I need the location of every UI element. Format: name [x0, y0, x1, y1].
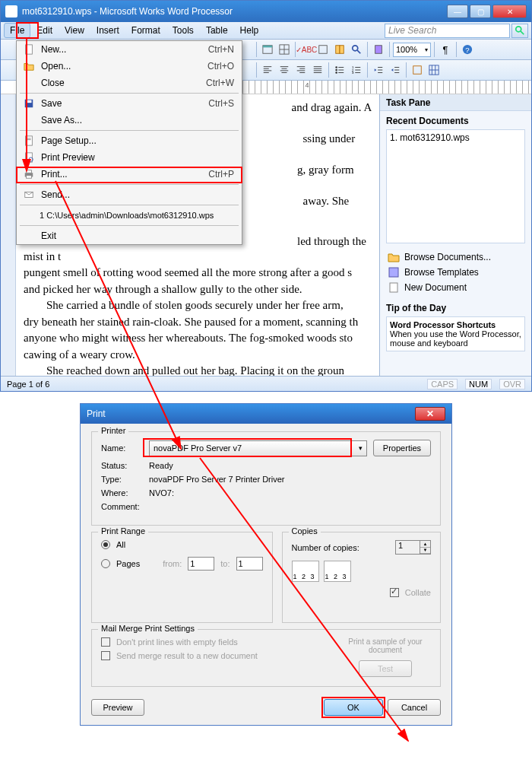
status-caps: CAPS: [427, 379, 458, 389]
printer-icon: [21, 168, 36, 180]
browse-templates-link[interactable]: Browse Templates: [386, 265, 525, 280]
copies-group: Copies Number of copies: 1 ▲▼ Collate: [282, 532, 442, 623]
dictionary-icon[interactable]: [332, 42, 347, 57]
separator: [456, 42, 457, 57]
separator: [389, 42, 390, 57]
dialog-titlebar: Print ✕: [81, 404, 451, 424]
radio-pages[interactable]: [101, 559, 110, 568]
from-input[interactable]: [188, 557, 214, 571]
svg-text:?: ?: [465, 46, 469, 54]
address-book-icon[interactable]: [371, 42, 386, 57]
numbering-icon[interactable]: 123: [349, 62, 364, 78]
copies-spinner[interactable]: 1 ▲▼: [395, 540, 431, 555]
menu-file[interactable]: File: [4, 23, 30, 38]
thesaurus-icon[interactable]: [315, 42, 331, 57]
statusbar: Page 1 of 6 CAPS NUM OVR: [1, 376, 531, 391]
svg-rect-58: [26, 45, 33, 54]
align-center-icon[interactable]: [277, 62, 292, 78]
svg-rect-7: [319, 46, 328, 54]
menu-print-preview[interactable]: Print Preview: [17, 149, 242, 166]
preview-button[interactable]: Preview: [91, 699, 144, 716]
merge-legend: Mail Merge Print Settings: [98, 624, 198, 633]
cancel-button[interactable]: Cancel: [388, 699, 441, 716]
help-icon[interactable]: ?: [460, 42, 475, 57]
tip-body: When you use the Word Processor, mouse a…: [390, 329, 521, 348]
svg-rect-63: [27, 139, 30, 140]
app-icon: [5, 5, 17, 17]
printer-name-select[interactable]: novaPDF Pro Server v7: [149, 440, 367, 456]
maximize-button[interactable]: ▢: [470, 5, 491, 18]
menu-help[interactable]: Help: [234, 23, 265, 38]
menu-tools[interactable]: Tools: [166, 23, 200, 38]
search-go-button[interactable]: [511, 24, 528, 38]
to-input[interactable]: [236, 557, 263, 571]
merge-opt2-checkbox[interactable]: [101, 651, 110, 660]
menu-save-as[interactable]: Save As...: [17, 112, 242, 129]
minimize-button[interactable]: —: [447, 5, 468, 18]
radio-all[interactable]: [101, 540, 110, 549]
menu-insert[interactable]: Insert: [90, 23, 125, 38]
separator: [367, 42, 368, 57]
align-justify-icon[interactable]: [310, 62, 325, 78]
file-menu-dropdown: New...Ctrl+N Open...Ctrl+O CloseCtrl+W S…: [16, 40, 242, 245]
align-right-icon[interactable]: [293, 62, 309, 78]
indent-icon[interactable]: [388, 62, 403, 78]
new-document-link[interactable]: New Document: [386, 280, 525, 295]
close-button[interactable]: ✕: [492, 5, 527, 18]
svg-rect-57: [390, 283, 397, 292]
menu-save[interactable]: SaveCtrl+S: [17, 95, 242, 112]
separator: [328, 62, 329, 78]
recent-item[interactable]: 1. mot6312910.wps: [390, 132, 521, 144]
menu-open[interactable]: Open...Ctrl+O: [17, 58, 242, 75]
works-window: mot6312910.wps - Microsoft Works Word Pr…: [0, 0, 532, 392]
range-legend: Print Range: [98, 526, 148, 536]
test-button[interactable]: Test: [359, 660, 412, 677]
separator: [256, 42, 257, 57]
menu-edit[interactable]: Edit: [30, 23, 59, 38]
outdent-icon[interactable]: [371, 62, 386, 78]
browse-documents-link[interactable]: Browse Documents...: [386, 250, 525, 265]
insert-table-icon[interactable]: [426, 62, 442, 78]
collate-checkbox[interactable]: [390, 588, 399, 597]
spellcheck-icon[interactable]: ✓ABC: [299, 42, 314, 57]
menu-recent-1[interactable]: 1 C:\Users\admin\Downloads\mot6312910.wp…: [17, 207, 242, 224]
menu-print[interactable]: Print...Ctrl+P: [17, 166, 242, 183]
menu-exit[interactable]: Exit: [17, 227, 242, 244]
search-box: [385, 24, 528, 38]
menu-view[interactable]: View: [59, 23, 90, 38]
all-label: All: [116, 540, 125, 549]
table-icon[interactable]: [277, 42, 292, 57]
tip-head: Word Processor Shortcuts: [390, 320, 496, 329]
zoom-select[interactable]: 100%▾: [393, 43, 431, 57]
menu-page-setup[interactable]: Page Setup...: [17, 132, 242, 149]
research-icon[interactable]: [349, 42, 364, 57]
menu-format[interactable]: Format: [125, 23, 166, 38]
status-ovr: OVR: [499, 379, 525, 389]
where-label: Where:: [101, 488, 143, 497]
merge-opt1-checkbox[interactable]: [101, 637, 110, 647]
svg-marker-47: [391, 68, 394, 72]
page-setup-icon: [21, 135, 36, 147]
svg-line-11: [357, 50, 360, 53]
menu-send[interactable]: Send...: [17, 186, 242, 203]
svg-rect-56: [389, 268, 398, 277]
comment-label: Comment:: [101, 502, 143, 511]
menu-new[interactable]: New...Ctrl+N: [17, 41, 242, 58]
svg-rect-67: [27, 170, 32, 173]
pilcrow-icon[interactable]: ¶: [438, 42, 453, 57]
search-input[interactable]: [385, 24, 510, 38]
tip-title: Tip of the Day: [386, 303, 525, 313]
ok-button[interactable]: OK: [324, 699, 383, 716]
align-left-icon[interactable]: [260, 62, 275, 78]
format-gallery-icon[interactable]: [410, 62, 425, 78]
menu-close[interactable]: CloseCtrl+W: [17, 75, 242, 91]
bullets-icon[interactable]: [332, 62, 347, 78]
dialog-close-button[interactable]: ✕: [415, 407, 445, 421]
datetime-icon[interactable]: [260, 42, 275, 57]
send-icon: [21, 189, 36, 201]
to-label: to:: [220, 559, 230, 568]
copies-legend: Copies: [289, 526, 321, 536]
menu-table[interactable]: Table: [200, 23, 234, 38]
svg-rect-60: [27, 100, 32, 103]
properties-button[interactable]: Properties: [373, 440, 431, 456]
